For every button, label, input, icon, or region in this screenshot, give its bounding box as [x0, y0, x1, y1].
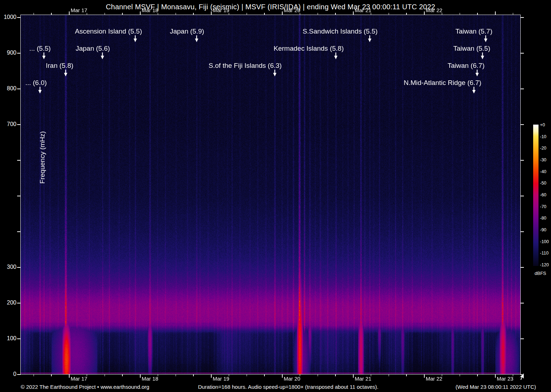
y-axis-tick-label: 0 — [0, 371, 16, 377]
event-label: Japan (5.6) — [76, 45, 110, 52]
x-minor-tick — [264, 13, 265, 15]
colorbar-tick-label: -40 — [540, 169, 546, 174]
x-minor-tick — [122, 13, 123, 15]
event-arrow-icon — [64, 70, 68, 77]
colorbar-tick-label: -20 — [540, 146, 546, 151]
x-minor-tick — [193, 13, 194, 15]
event-label: ... (5.5) — [29, 45, 51, 52]
y-tick-left — [17, 338, 21, 339]
x-minor-tick — [247, 374, 247, 376]
y-tick-left — [17, 231, 21, 232]
y-axis-title: Frequency (mHz) — [39, 116, 46, 198]
x-minor-tick — [247, 13, 247, 15]
y-tick-left — [17, 196, 21, 196]
y-tick-left — [17, 53, 21, 54]
x-axis-label-bottom: Mar 23 — [497, 376, 514, 382]
y-tick-right — [520, 267, 524, 268]
y-tick-left — [17, 374, 21, 375]
x-minor-tick — [513, 13, 514, 15]
y-axis-tick-label: 200 — [0, 300, 16, 306]
x-minor-tick — [460, 374, 460, 376]
x-minor-tick — [176, 13, 176, 15]
colorbar-tick-label: +0 — [540, 122, 545, 127]
colorbar-tick-label: -50 — [540, 181, 546, 186]
event-arrow-icon — [484, 35, 488, 42]
y-axis-tick-label: 1000 — [0, 14, 16, 20]
x-major-tick — [69, 11, 70, 15]
x-axis-label-bottom: Mar 22 — [426, 376, 443, 382]
x-axis-label-bottom: Mar 20 — [284, 376, 300, 382]
event-arrow-icon — [194, 35, 199, 42]
spectrogram-page: Channel MSVF | Monasavu, Fiji (seismic) … — [0, 0, 551, 392]
x-minor-tick — [105, 374, 105, 376]
event-label: N.Mid-Atlantic Ridge (6.7) — [404, 79, 481, 87]
x-minor-tick — [318, 13, 318, 15]
y-axis-tick-label: 800 — [0, 85, 16, 92]
x-minor-tick — [389, 13, 389, 15]
x-minor-tick — [34, 374, 34, 376]
x-minor-tick — [389, 374, 389, 376]
x-major-tick — [211, 11, 212, 15]
event-arrow-icon — [133, 35, 137, 42]
colorbar-tick-label: -80 — [540, 216, 546, 221]
colorbar — [533, 125, 539, 266]
event-label: Iran (5.8) — [46, 62, 73, 70]
x-minor-tick — [193, 374, 194, 376]
event-label: Taiwan (5.5) — [453, 45, 490, 52]
y-tick-right — [520, 124, 524, 125]
event-label: ... (6.0) — [25, 79, 47, 87]
x-axis-label-bottom: Mar 17 — [71, 376, 87, 382]
x-major-tick — [282, 374, 283, 378]
x-minor-tick — [335, 374, 336, 376]
y-tick-left — [17, 17, 21, 18]
x-major-tick — [69, 374, 70, 378]
y-axis-tick-label: 100 — [0, 335, 16, 342]
event-label: Taiwan (6.7) — [448, 62, 485, 70]
event-arrow-icon — [334, 52, 338, 60]
event-arrow-icon — [42, 52, 46, 60]
y-tick-right — [520, 17, 524, 18]
event-arrow-icon — [475, 70, 479, 77]
x-major-tick — [353, 11, 354, 15]
x-minor-tick — [34, 13, 34, 15]
event-label: Japan (5.9) — [170, 27, 204, 35]
colorbar-tick-label: -70 — [540, 204, 546, 209]
x-minor-tick — [477, 374, 478, 376]
x-axis-label-bottom: Mar 21 — [355, 376, 371, 382]
colorbar-tick-label: -10 — [540, 134, 546, 139]
x-minor-tick — [477, 13, 478, 15]
page-title: Channel MSVF | Monasavu, Fiji (seismic) … — [21, 3, 520, 11]
mouse-cursor-icon — [518, 373, 525, 381]
x-axis-label-top: Mar 19 — [213, 7, 229, 13]
x-minor-tick — [176, 374, 176, 376]
y-tick-right — [520, 53, 524, 54]
y-axis-tick-label: 700 — [0, 121, 16, 127]
y-tick-left — [17, 267, 21, 268]
y-tick-right — [520, 338, 524, 339]
event-arrow-icon — [480, 52, 485, 60]
x-minor-tick — [318, 374, 318, 376]
x-minor-tick — [105, 13, 105, 15]
y-tick-left — [17, 89, 21, 89]
x-major-tick — [495, 374, 496, 378]
event-label: Taiwan (5.7) — [455, 27, 492, 35]
event-arrow-icon — [273, 70, 277, 77]
x-major-tick — [211, 374, 212, 378]
x-axis-label-bottom: Mar 18 — [142, 376, 158, 382]
colorbar-tick-label: -60 — [540, 192, 546, 197]
y-axis-tick-label: 900 — [0, 50, 16, 56]
x-axis-label-bottom: Mar 19 — [213, 376, 229, 382]
x-minor-tick — [122, 374, 123, 376]
x-major-tick — [140, 11, 141, 15]
x-major-tick — [282, 11, 283, 15]
footer-copyright: © 2022 The Earthsound Project • www.eart… — [21, 384, 149, 390]
x-minor-tick — [335, 13, 336, 15]
x-axis-label-top: Mar 18 — [142, 7, 158, 13]
x-major-tick — [140, 374, 141, 378]
colorbar-tick-label: -120 — [540, 262, 549, 267]
event-arrow-icon — [368, 35, 372, 42]
x-minor-tick — [406, 13, 407, 15]
x-major-tick — [495, 11, 496, 15]
y-tick-right — [520, 160, 524, 161]
x-minor-tick — [460, 13, 460, 15]
